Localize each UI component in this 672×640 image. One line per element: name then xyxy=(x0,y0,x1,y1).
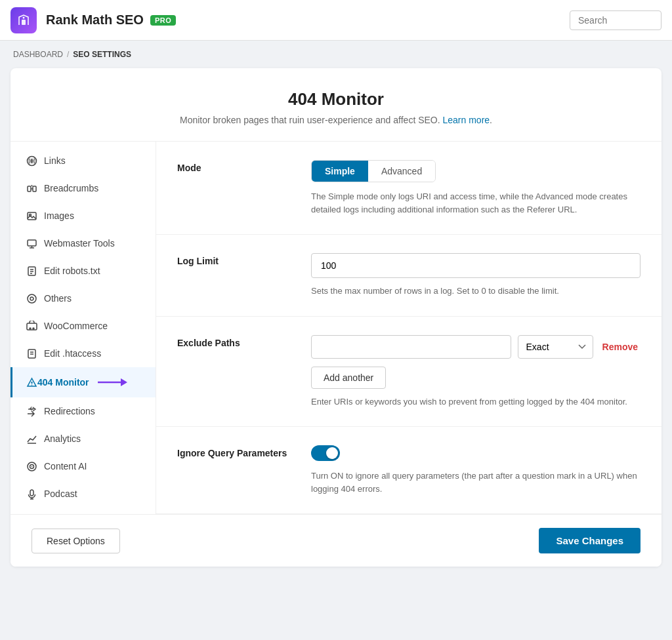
pro-badge: PRO xyxy=(150,15,176,26)
sidebar-item-label: Analytics xyxy=(44,433,81,444)
add-another-button[interactable]: Add another xyxy=(311,367,386,389)
ignore-query-setting-row: Ignore Query Parameters Turn ON to ignor… xyxy=(156,427,662,514)
sidebar-item-webmaster-tools[interactable]: Webmaster Tools xyxy=(10,230,156,257)
breadcrumb: DASHBOARD / SEO SETTINGS xyxy=(0,41,672,68)
sidebar-item-404-monitor[interactable]: 404 Monitor xyxy=(10,367,156,397)
reset-options-button[interactable]: Reset Options xyxy=(32,529,120,553)
svg-rect-5 xyxy=(33,186,36,191)
log-limit-label: Log Limit xyxy=(177,253,295,266)
mode-advanced-button[interactable]: Advanced xyxy=(368,161,435,182)
webmaster-tools-icon xyxy=(26,237,37,249)
sidebar-item-label: 404 Monitor xyxy=(37,377,89,388)
woocommerce-icon xyxy=(26,320,37,332)
exclude-path-row: Exact Contains Starts With Ends With Rem… xyxy=(311,335,640,359)
svg-rect-1 xyxy=(22,20,26,25)
sidebar-item-content-ai[interactable]: Content AI xyxy=(10,452,156,480)
sidebar-item-edit-robots[interactable]: Edit robots.txt xyxy=(10,257,156,285)
sidebar-item-label: Edit robots.txt xyxy=(44,266,100,276)
sidebar-item-breadcrumbs[interactable]: Breadcrumbs xyxy=(10,174,156,202)
card-footer: Reset Options Save Changes xyxy=(10,514,662,567)
content-area: Mode Simple Advanced The Simple mode onl… xyxy=(156,142,662,514)
breadcrumb-home[interactable]: DASHBOARD xyxy=(13,50,63,59)
mode-control: Simple Advanced The Simple mode only log… xyxy=(311,160,640,216)
header-title-group: Rank Math SEO PRO xyxy=(46,12,176,28)
edit-htaccess-icon xyxy=(26,348,37,359)
images-icon xyxy=(26,210,37,222)
remove-path-button[interactable]: Remove xyxy=(600,339,640,355)
toggle-track xyxy=(311,445,340,461)
breadcrumb-separator: / xyxy=(67,50,69,59)
content-card: 404 Monitor Monitor broken pages that ru… xyxy=(10,68,662,567)
404-monitor-icon xyxy=(26,376,37,388)
exclude-paths-control: Exact Contains Starts With Ends With Rem… xyxy=(311,335,640,409)
svg-point-20 xyxy=(30,328,31,329)
sidebar-item-label: Edit .htaccess xyxy=(44,348,101,359)
svg-point-32 xyxy=(31,466,32,467)
log-limit-description: Sets the max number of rows in a log. Se… xyxy=(311,285,640,298)
svg-rect-19 xyxy=(27,323,37,330)
links-icon xyxy=(26,155,37,167)
sidebar-item-links[interactable]: Links xyxy=(10,147,156,174)
save-changes-button[interactable]: Save Changes xyxy=(539,528,640,553)
content-ai-icon xyxy=(26,460,37,472)
svg-point-18 xyxy=(30,297,33,300)
mode-simple-button[interactable]: Simple xyxy=(312,161,368,182)
sidebar-item-analytics[interactable]: Analytics xyxy=(10,425,156,452)
svg-rect-8 xyxy=(28,212,36,220)
mode-setting-row: Mode Simple Advanced The Simple mode onl… xyxy=(156,142,662,235)
svg-marker-28 xyxy=(121,378,127,386)
log-limit-control: Sets the max number of rows in a log. Se… xyxy=(311,253,640,298)
active-arrow xyxy=(94,375,127,390)
others-icon xyxy=(26,292,37,304)
exclude-paths-label: Exclude Paths xyxy=(177,335,295,348)
sidebar-item-images[interactable]: Images xyxy=(10,202,156,230)
sidebar-item-label: Webmaster Tools xyxy=(44,238,115,249)
app-logo xyxy=(10,7,37,33)
sidebar: Links Breadcrumbs xyxy=(10,142,156,514)
exclude-paths-setting-row: Exclude Paths Exact Contains Starts With… xyxy=(156,317,662,428)
page-title: 404 Monitor xyxy=(24,89,648,110)
sidebar-item-edit-htaccess[interactable]: Edit .htaccess xyxy=(10,340,156,367)
page-header: 404 Monitor Monitor broken pages that ru… xyxy=(10,68,662,142)
sidebar-item-label: Breadcrumbs xyxy=(44,183,98,193)
svg-rect-33 xyxy=(30,490,33,496)
exclude-path-input[interactable] xyxy=(311,335,511,359)
exclude-match-select[interactable]: Exact Contains Starts With Ends With xyxy=(518,335,593,359)
breadcrumb-current: SEO SETTINGS xyxy=(73,50,131,59)
sidebar-item-label: Others xyxy=(44,293,72,304)
page-description: Monitor broken pages that ruin user-expe… xyxy=(24,115,648,125)
podcast-icon xyxy=(26,488,37,500)
breadcrumbs-icon xyxy=(26,182,37,194)
app-name: Rank Math SEO xyxy=(46,12,144,28)
sidebar-item-label: Content AI xyxy=(44,461,87,471)
sidebar-item-label: WooCommerce xyxy=(44,321,108,331)
search-container xyxy=(570,10,662,30)
svg-point-26 xyxy=(31,384,32,386)
sidebar-item-label: Links xyxy=(44,155,66,166)
sidebar-item-others[interactable]: Others xyxy=(10,285,156,312)
sidebar-item-podcast[interactable]: Podcast xyxy=(10,480,156,508)
svg-rect-4 xyxy=(28,186,31,191)
search-input[interactable] xyxy=(570,10,662,30)
main-container: 404 Monitor Monitor broken pages that ru… xyxy=(0,68,672,580)
card-body: Links Breadcrumbs xyxy=(10,142,662,514)
svg-rect-10 xyxy=(28,240,36,246)
sidebar-item-woocommerce[interactable]: WooCommerce xyxy=(10,312,156,340)
svg-point-17 xyxy=(28,294,36,303)
log-limit-input[interactable] xyxy=(311,253,640,278)
log-limit-setting-row: Log Limit Sets the max number of rows in… xyxy=(156,235,662,317)
mode-toggle: Simple Advanced xyxy=(311,160,436,182)
learn-more-link[interactable]: Learn more xyxy=(443,115,490,125)
app-header: Rank Math SEO PRO xyxy=(0,0,672,41)
mode-label: Mode xyxy=(177,160,295,173)
redirections-icon xyxy=(26,405,37,417)
ignore-query-toggle[interactable] xyxy=(311,445,340,461)
sidebar-item-label: Redirections xyxy=(44,406,95,416)
sidebar-item-redirections[interactable]: Redirections xyxy=(10,397,156,425)
ignore-query-label: Ignore Query Parameters xyxy=(177,445,295,458)
svg-point-2 xyxy=(23,16,25,18)
toggle-thumb xyxy=(326,447,338,459)
sidebar-item-label: Images xyxy=(44,210,74,221)
edit-robots-icon xyxy=(26,265,37,277)
ignore-query-control: Turn ON to ignore all query parameters (… xyxy=(311,445,640,495)
